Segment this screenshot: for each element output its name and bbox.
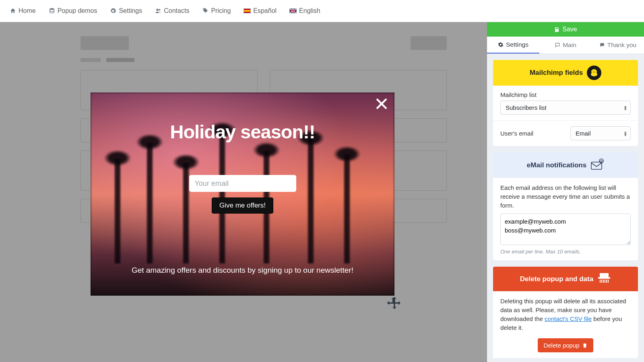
comment-icon [555, 42, 560, 48]
notif-emails-textarea[interactable] [500, 214, 631, 245]
delete-description: Deleting this popup will delete all its … [500, 297, 631, 332]
mail-notification-icon: @ [590, 158, 604, 172]
flag-uk-icon [289, 8, 297, 13]
delete-popup-button[interactable]: Delete popup [538, 338, 593, 352]
flag-spain-icon [244, 8, 251, 13]
move-icon [386, 296, 402, 312]
popup-email-input[interactable] [189, 175, 296, 192]
trash-icon [582, 343, 588, 348]
nav-home[interactable]: Home [3, 0, 42, 22]
tab-settings[interactable]: Settings [487, 37, 539, 53]
move-handle[interactable] [386, 296, 402, 312]
label-users-email: User's email [500, 130, 533, 137]
top-nav: Home Popup demos Settings Contacts Prici… [0, 0, 644, 22]
label-mailchimp-list: Mailchimp list [500, 91, 631, 98]
notif-description: Each email address on the following list… [500, 183, 631, 210]
select-users-email[interactable]: Email [570, 126, 631, 140]
nav-popup-demos[interactable]: Popup demos [42, 0, 104, 22]
panel-delete-popup: Delete popup and data Deleting this popu… [493, 267, 638, 358]
shredder-icon [597, 272, 611, 286]
svg-text:@: @ [600, 159, 603, 163]
svg-point-1 [157, 9, 159, 11]
svg-point-2 [159, 9, 161, 10]
popup-preview[interactable]: Holiday season!! Give me offers! Get ama… [91, 93, 394, 296]
popup-title[interactable]: Holiday season!! [91, 121, 394, 143]
gear-icon [110, 8, 116, 14]
select-caret-icon: ▴▾ [624, 131, 627, 136]
tab-main[interactable]: Main [539, 37, 592, 53]
select-mailchimp-list[interactable]: Subscribers list [500, 101, 631, 115]
close-icon [374, 97, 389, 111]
home-icon [10, 8, 16, 14]
notif-hint: One email per line. Max 10 emails. [500, 249, 631, 255]
svg-rect-5 [591, 162, 602, 169]
database-icon [49, 8, 55, 14]
sidebar-tabs: Settings Main Thank you [487, 37, 644, 54]
nav-espanol[interactable]: Español [237, 0, 283, 22]
nav-contacts[interactable]: Contacts [149, 0, 196, 22]
svg-point-0 [50, 8, 54, 10]
users-icon [155, 8, 161, 14]
popup-description[interactable]: Get amazing offers and discounts by sign… [91, 266, 394, 275]
select-caret-icon: ▴▾ [624, 105, 627, 111]
nav-english[interactable]: English [283, 0, 326, 22]
panel-email-notifications: eMail notifications @ Each email address… [493, 152, 638, 260]
svg-rect-8 [600, 273, 609, 277]
gear-icon [498, 42, 504, 47]
settings-sidebar: Save Settings Main Thank you Mailchimp f… [487, 22, 644, 362]
tag-icon [202, 8, 208, 14]
panel-header-delete: Delete popup and data [493, 267, 638, 291]
panel-header-email-notifications: eMail notifications @ [493, 152, 638, 178]
popup-cta-button[interactable]: Give me offers! [212, 197, 273, 214]
panel-mailchimp: Mailchimp fields Mailchimp list Subscrib… [493, 60, 638, 146]
save-button[interactable]: Save [487, 22, 644, 37]
mailchimp-icon [587, 66, 601, 80]
svg-rect-9 [598, 277, 610, 279]
comment-solid-icon [599, 42, 605, 48]
nav-settings[interactable]: Settings [103, 0, 149, 22]
panel-header-mailchimp: Mailchimp fields [493, 60, 638, 86]
nav-pricing[interactable]: Pricing [196, 0, 237, 22]
popup-close-button[interactable] [374, 97, 389, 111]
editor-canvas: Holiday season!! Give me offers! Get ama… [0, 22, 487, 362]
save-icon [554, 27, 560, 33]
csv-file-link[interactable]: contact's CSV file [545, 315, 592, 322]
tab-thankyou[interactable]: Thank you [592, 37, 644, 53]
